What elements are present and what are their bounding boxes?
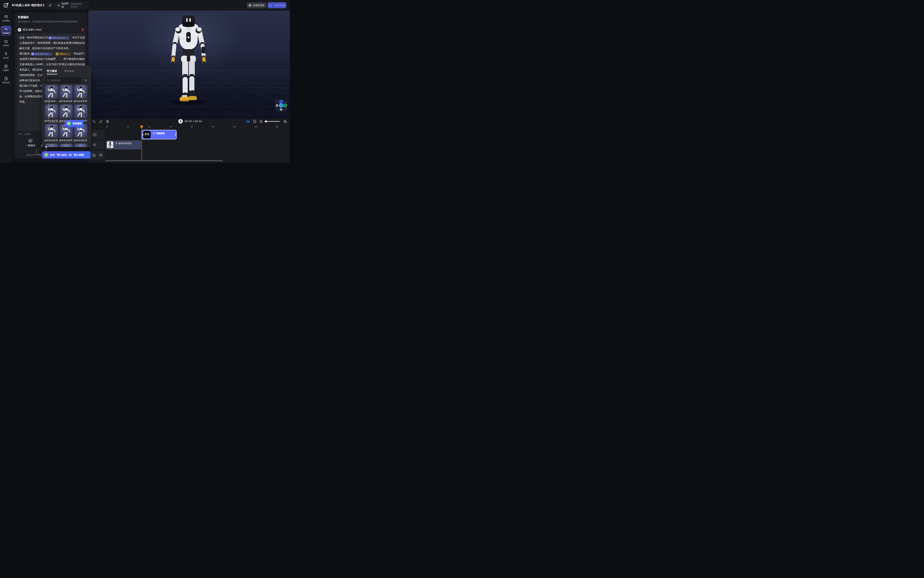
expression-tag-icon bbox=[49, 36, 52, 39]
svg-text:Z: Z bbox=[280, 101, 281, 103]
material-card-label: 超帅走路姿势 bbox=[59, 139, 73, 142]
clip-view-icon[interactable] bbox=[253, 120, 257, 123]
sidebar-item-audio-library[interactable]: 音频库 bbox=[1, 63, 11, 73]
material-card-partial[interactable] bbox=[60, 144, 73, 147]
expression-track-header[interactable] bbox=[89, 130, 104, 140]
action-tag[interactable]: 弯腰(5s)× bbox=[55, 52, 71, 56]
material-card-partial[interactable] bbox=[74, 144, 88, 147]
audio-play-button[interactable] bbox=[18, 28, 21, 32]
expression-tag[interactable]: 哈哈大笑(10s)× bbox=[48, 36, 69, 40]
tag-label: 哈哈大笑(10s) bbox=[52, 35, 66, 41]
fit-timeline-icon[interactable] bbox=[246, 120, 250, 123]
left-nav-sidebar: 动作模仿 音频编排 表情库 动作库 bbox=[0, 11, 12, 163]
ruler-frame-label: 4f bbox=[148, 126, 150, 128]
ruler-frame-label: 12f bbox=[233, 126, 236, 128]
humanoid-robot[interactable] bbox=[161, 16, 216, 106]
ruler-tick bbox=[202, 126, 203, 128]
tab-my-materials[interactable]: 我的素材 bbox=[64, 70, 75, 73]
tab-official-materials[interactable]: 官方素材 bbox=[47, 70, 57, 73]
filter-button[interactable] bbox=[83, 77, 89, 83]
save-icon bbox=[249, 4, 251, 6]
save-time-chip[interactable]: 保存时间 26/01/03 12:01 bbox=[55, 2, 88, 8]
synthesize-save-button[interactable]: 合成并保存 bbox=[247, 2, 266, 8]
robot-download-icon bbox=[269, 4, 272, 7]
audio-track-header[interactable] bbox=[89, 151, 104, 159]
timeline-zoom-slider-thumb[interactable] bbox=[265, 120, 267, 122]
cloud-check-icon bbox=[57, 3, 60, 7]
tag-close-icon[interactable]: × bbox=[67, 35, 68, 41]
action-clip[interactable]: 超帅走路姿势 bbox=[106, 140, 141, 149]
tutorial-step-1-tooltip[interactable]: 1 点击「插入动作」或「插入表情」 bbox=[42, 151, 91, 158]
sidebar-item-expression-library[interactable]: 表情库 bbox=[1, 38, 11, 48]
pencil-icon bbox=[49, 4, 52, 7]
delete-clip-icon[interactable] bbox=[106, 120, 109, 123]
panel-title: 音频编排 bbox=[18, 16, 29, 19]
deploy-to-device-button[interactable]: 下发到设备 bbox=[268, 2, 286, 8]
audio-speed-icon[interactable] bbox=[92, 153, 96, 157]
timeline-zoom-slider[interactable] bbox=[265, 121, 280, 122]
ruler-tick bbox=[138, 126, 139, 128]
tag-close-icon[interactable]: × bbox=[68, 51, 70, 57]
material-card-label: 超帅走路姿势... bbox=[44, 100, 59, 103]
material-search[interactable] bbox=[45, 77, 81, 83]
material-card[interactable] bbox=[60, 104, 73, 118]
action-track-header[interactable] bbox=[89, 140, 104, 149]
timeline-horizontal-scrollbar[interactable] bbox=[105, 160, 223, 161]
zoom-out-icon[interactable] bbox=[259, 120, 263, 123]
3d-viewport[interactable]: Z X Y bbox=[88, 11, 290, 118]
ruler-frame-label: 14f bbox=[254, 126, 257, 128]
app-logo-icon[interactable] bbox=[4, 3, 9, 8]
music-box-icon bbox=[4, 64, 8, 68]
material-card[interactable] bbox=[74, 104, 88, 118]
save-time-value: 26/01/03 12:01 bbox=[71, 3, 86, 8]
axis-gizmo[interactable]: Z X Y bbox=[275, 100, 287, 112]
clapperboard-icon bbox=[4, 15, 8, 19]
expression-clip[interactable]: 害羞微笑 bbox=[142, 130, 177, 140]
ruler-frame-label: 6f bbox=[170, 126, 171, 128]
sidebar-item-audio-arrange[interactable]: 音频编排 bbox=[1, 26, 11, 36]
material-search-input[interactable] bbox=[51, 79, 79, 82]
ruler-frame-label: 0f bbox=[106, 126, 108, 128]
filter-icon bbox=[84, 79, 87, 82]
expression-tag-icon bbox=[31, 52, 34, 55]
material-card[interactable] bbox=[45, 124, 58, 138]
material-card-label: 超帅走路姿势 bbox=[44, 119, 59, 122]
material-card[interactable] bbox=[60, 85, 73, 99]
clip-right-handle[interactable] bbox=[176, 133, 176, 136]
material-card[interactable] bbox=[74, 85, 88, 99]
synthesize-save-label: 合成并保存 bbox=[253, 4, 265, 7]
play-button[interactable] bbox=[178, 119, 183, 123]
ruler-frame-label: 8f bbox=[191, 126, 193, 128]
volume-icon[interactable] bbox=[99, 153, 103, 157]
timeline-ruler[interactable]: 0f2f4f6f8f10f12f14f16f bbox=[88, 125, 290, 130]
redo-icon[interactable] bbox=[99, 120, 102, 123]
ruler-frame-label: 16f bbox=[275, 126, 278, 128]
undo-icon[interactable] bbox=[92, 120, 96, 123]
material-card[interactable] bbox=[45, 85, 58, 99]
zoom-in-icon[interactable] bbox=[283, 120, 287, 123]
expression-tag[interactable]: 哈哈大笑(10s)× bbox=[31, 52, 52, 56]
sidebar-item-motion-mimic[interactable]: 动作模仿 bbox=[1, 13, 11, 23]
expression-bracket: 「 bbox=[52, 52, 55, 55]
step-1-badge: 1 bbox=[44, 153, 49, 157]
sidebar-item-my-tasks[interactable]: 我的任务 bbox=[1, 75, 11, 85]
one-click-arrange-button[interactable]: AI 一键编排 bbox=[23, 138, 37, 147]
action-tag-icon bbox=[55, 52, 59, 55]
material-card[interactable] bbox=[45, 104, 58, 118]
tutorial-step-2-tooltip[interactable]: 2 选择素材 bbox=[65, 120, 83, 127]
time-display: 00:00 / 00:30 bbox=[185, 120, 202, 123]
tag-close-icon[interactable]: × bbox=[49, 51, 51, 57]
tag-label: 哈哈大笑(10s) bbox=[35, 51, 48, 57]
active-tab-underline bbox=[47, 74, 57, 75]
walking-person-icon bbox=[115, 142, 117, 144]
script-line: 我们提供 哈哈大笑(10s)×「弯腰(5s)×「样化的产品组合， bbox=[20, 51, 83, 56]
smiley-icon bbox=[153, 132, 155, 135]
rename-project-button[interactable] bbox=[47, 2, 54, 8]
svg-text:X: X bbox=[285, 104, 286, 107]
material-card-partial[interactable] bbox=[45, 144, 58, 147]
delete-audio-icon[interactable] bbox=[81, 28, 84, 31]
svg-text:AI: AI bbox=[29, 140, 31, 142]
sidebar-item-action-library[interactable]: 动作库 bbox=[1, 50, 11, 60]
material-card-label: 超帅走路姿势 bbox=[59, 100, 73, 103]
tasks-icon bbox=[4, 76, 8, 81]
